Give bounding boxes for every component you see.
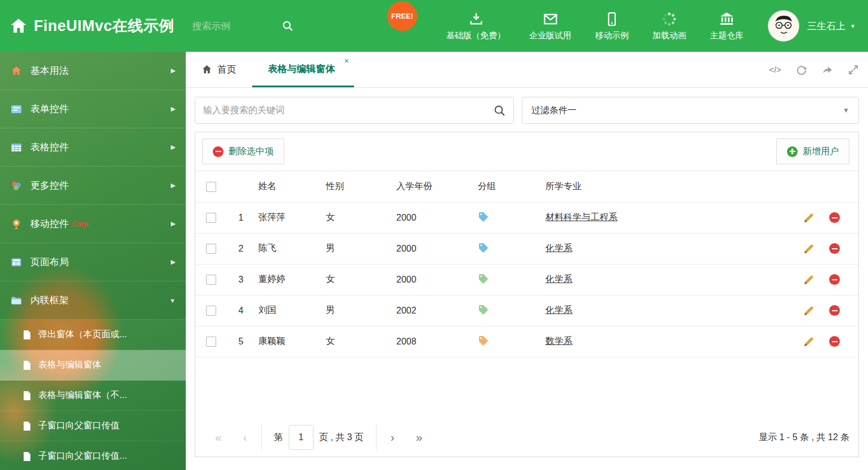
record-summary: 显示 1 - 5 条 , 共 12 条 bbox=[759, 432, 849, 444]
user-menu[interactable]: 三生石上 ▼ bbox=[807, 20, 856, 33]
tab-home[interactable]: 首页 bbox=[186, 52, 252, 87]
keyword-searchbox[interactable] bbox=[195, 97, 514, 124]
envelope-icon bbox=[543, 11, 558, 27]
sidebar-item-inline-frame[interactable]: 内联框架 ▼ bbox=[0, 281, 186, 320]
row-index: 2 bbox=[223, 233, 258, 264]
nav-basic-free[interactable]: 基础版（免费） bbox=[435, 11, 517, 41]
close-icon[interactable]: × bbox=[344, 56, 349, 65]
users-table: 姓名 性别 入学年份 分组 所学专业 1 张萍萍 女 2000 材料科学与工程系 bbox=[195, 171, 858, 357]
row-checkbox[interactable] bbox=[206, 337, 216, 347]
col-year: 入学年份 bbox=[396, 171, 478, 202]
row-gender: 女 bbox=[326, 326, 396, 357]
row-gender: 男 bbox=[326, 233, 396, 264]
major-link[interactable]: 化学系 bbox=[545, 305, 572, 315]
sidebar-subitem-child-to-parent-2[interactable]: 子窗口向父窗口传值... bbox=[0, 441, 186, 470]
major-link[interactable]: 化学系 bbox=[545, 243, 572, 253]
row-year: 2002 bbox=[396, 295, 478, 326]
row-checkbox[interactable] bbox=[206, 275, 216, 285]
delete-icon[interactable] bbox=[829, 305, 840, 316]
app-header: FineUIMvc在线示例 搜索示例 FREE! 基础版（免费） 企业版试用 移… bbox=[0, 0, 868, 52]
tab-grid-edit-window[interactable]: 表格与编辑窗体 × bbox=[252, 52, 354, 87]
edit-icon[interactable] bbox=[803, 336, 815, 347]
file-icon bbox=[23, 391, 32, 401]
delete-icon[interactable] bbox=[829, 243, 840, 254]
row-name: 张萍萍 bbox=[258, 202, 326, 233]
sidebar-subitem-grid-edit-window-2[interactable]: 表格与编辑窗体（不... bbox=[0, 381, 186, 411]
home-icon[interactable] bbox=[10, 17, 27, 34]
corp-badge: Corp. bbox=[72, 220, 90, 228]
source-code-icon[interactable]: </> bbox=[769, 65, 781, 74]
add-user-button[interactable]: 新增用户 bbox=[776, 138, 849, 164]
chevron-right-icon: ▶ bbox=[171, 220, 176, 227]
sidebar-item-page-layout[interactable]: 页面布局 ▶ bbox=[0, 243, 186, 281]
form-icon bbox=[10, 103, 23, 115]
nav-theme-repo[interactable]: 主题仓库 bbox=[698, 11, 755, 41]
col-index bbox=[223, 171, 258, 202]
row-year: 2000 bbox=[396, 264, 478, 295]
last-page-button[interactable]: » bbox=[405, 431, 433, 444]
row-year: 2000 bbox=[396, 233, 478, 264]
page-number-input[interactable] bbox=[289, 425, 314, 450]
refresh-icon[interactable] bbox=[796, 64, 807, 75]
search-icon[interactable] bbox=[281, 20, 294, 32]
edit-icon[interactable] bbox=[803, 212, 815, 223]
sidebar-subitem-child-to-parent[interactable]: 子窗口向父窗口传值 bbox=[0, 411, 186, 441]
major-link[interactable]: 数学系 bbox=[545, 336, 572, 346]
bank-icon bbox=[719, 11, 735, 27]
file-icon bbox=[23, 330, 32, 340]
delete-icon[interactable] bbox=[829, 274, 840, 285]
prev-page-button[interactable]: ‹ bbox=[232, 431, 258, 444]
sidebar-item-form-controls[interactable]: 表单控件 ▶ bbox=[0, 90, 186, 128]
tag-icon bbox=[478, 335, 489, 346]
table-row[interactable]: 4 刘国 男 2002 化学系 bbox=[195, 295, 858, 326]
keyword-search-input[interactable] bbox=[195, 97, 513, 123]
chevron-down-icon: ▼ bbox=[850, 23, 856, 29]
nav-mobile-demo[interactable]: 移动示例 bbox=[583, 11, 641, 41]
row-name: 董婷婷 bbox=[258, 264, 326, 295]
filter-dropdown[interactable]: 过滤条件一 ▼ bbox=[522, 97, 859, 124]
sidebar-item-more-controls[interactable]: 更多控件 ▶ bbox=[0, 167, 186, 205]
table-row[interactable]: 2 陈飞 男 2000 化学系 bbox=[195, 233, 858, 264]
share-icon[interactable] bbox=[822, 64, 833, 75]
avatar[interactable] bbox=[768, 10, 799, 42]
edit-icon[interactable] bbox=[803, 305, 815, 316]
table-row[interactable]: 3 董婷婷 女 2000 化学系 bbox=[195, 264, 858, 295]
delete-selected-button[interactable]: 删除选中项 bbox=[202, 138, 284, 164]
row-checkbox[interactable] bbox=[206, 306, 216, 316]
expand-icon[interactable] bbox=[848, 64, 859, 75]
delete-icon[interactable] bbox=[829, 212, 840, 223]
row-checkbox[interactable] bbox=[206, 213, 216, 223]
row-name: 康颖颖 bbox=[258, 326, 326, 357]
sidebar-subitem-popup-window[interactable]: 弹出窗体（本页面或... bbox=[0, 320, 186, 350]
row-gender: 女 bbox=[326, 264, 396, 295]
edit-icon[interactable] bbox=[803, 243, 815, 254]
search-icon[interactable] bbox=[493, 104, 506, 117]
grid-panel: 删除选中项 新增用户 姓名 性别 入学年份 分组 所学专业 bbox=[195, 132, 859, 457]
delete-icon[interactable] bbox=[829, 336, 840, 347]
sidebar-item-grid-controls[interactable]: 表格控件 ▶ bbox=[0, 128, 186, 167]
plus-circle-icon bbox=[787, 146, 798, 157]
grid-toolbar: 删除选中项 新增用户 bbox=[195, 132, 858, 171]
chevron-right-icon: ▶ bbox=[171, 144, 176, 151]
nav-enterprise-trial[interactable]: 企业版试用 bbox=[517, 11, 583, 41]
select-all-checkbox[interactable] bbox=[206, 182, 216, 192]
header-nav: 基础版（免费） 企业版试用 移动示例 加载动画 bbox=[435, 11, 755, 41]
header-search[interactable]: 搜索示例 bbox=[193, 20, 294, 33]
nav-loading-animation[interactable]: 加载动画 bbox=[641, 11, 698, 41]
col-gender: 性别 bbox=[326, 171, 396, 202]
page-number-group: 第 页 , 共 3 页 bbox=[261, 425, 377, 450]
major-link[interactable]: 化学系 bbox=[545, 274, 572, 284]
next-page-button[interactable]: › bbox=[380, 431, 405, 444]
row-index: 5 bbox=[223, 326, 258, 357]
table-row[interactable]: 5 康颖颖 女 2008 数学系 bbox=[195, 326, 858, 357]
first-page-button[interactable]: « bbox=[204, 431, 232, 444]
sidebar-item-basic-usage[interactable]: 基本用法 ▶ bbox=[0, 52, 186, 90]
edit-icon[interactable] bbox=[803, 274, 815, 285]
filter-row: 过滤条件一 ▼ bbox=[195, 97, 859, 124]
table-row[interactable]: 1 张萍萍 女 2000 材料科学与工程系 bbox=[195, 202, 858, 233]
sidebar-item-mobile-controls[interactable]: 移动控件 Corp. ▶ bbox=[0, 205, 186, 243]
major-link[interactable]: 材料科学与工程系 bbox=[545, 212, 618, 222]
username: 三生石上 bbox=[807, 20, 845, 33]
sidebar-subitem-grid-edit-window[interactable]: 表格与编辑窗体 bbox=[0, 350, 186, 381]
row-checkbox[interactable] bbox=[206, 244, 216, 254]
